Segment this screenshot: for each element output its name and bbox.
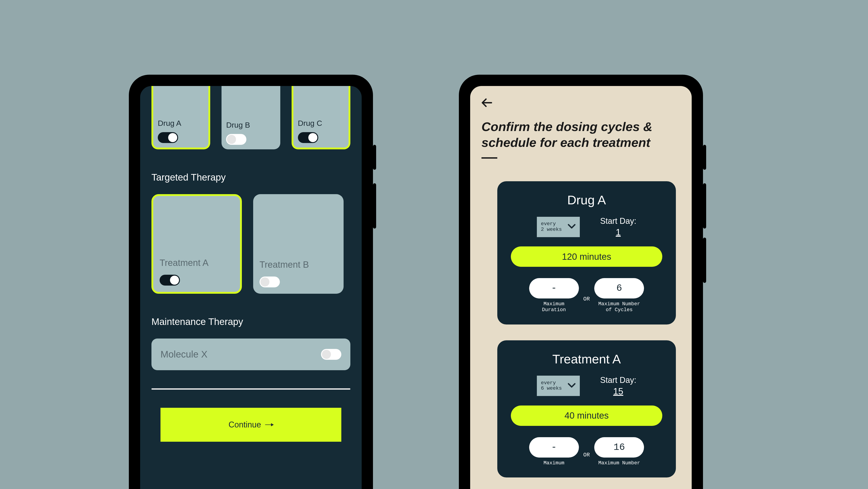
- max-duration-value: -: [551, 442, 557, 453]
- frequency-value: every 2 weeks: [541, 221, 562, 232]
- max-duration-input[interactable]: -: [529, 437, 579, 458]
- dose-title: Drug A: [511, 193, 662, 207]
- treatment-label: Treatment B: [259, 260, 337, 270]
- duration-pill[interactable]: 40 minutes: [511, 405, 662, 426]
- start-day-value: 1: [600, 227, 636, 237]
- continue-button[interactable]: Continue: [160, 408, 341, 442]
- section-title-maintenance: Maintenance Therapy: [151, 316, 350, 327]
- toggle-drug-b[interactable]: [226, 134, 246, 145]
- max-cycles-label: Maximum Number of Cycles: [598, 301, 640, 313]
- max-duration-input[interactable]: -: [529, 278, 579, 298]
- continue-label: Continue: [228, 420, 261, 430]
- start-day-label: Start Day:: [600, 216, 636, 226]
- toggle-treatment-b[interactable]: [259, 277, 280, 287]
- drug-label: Drug C: [298, 119, 344, 127]
- start-day[interactable]: Start Day: 15: [600, 375, 636, 397]
- drug-row: Drug A Drug B Drug C: [151, 86, 350, 149]
- start-day-value: 15: [600, 386, 636, 397]
- max-duration-value: -: [551, 283, 557, 294]
- or-text: OR: [583, 452, 590, 458]
- drug-card-a[interactable]: Drug A: [151, 86, 210, 149]
- screen-therapy-selection: Drug A Drug B Drug C Targeted Therapy Tr…: [140, 86, 362, 489]
- max-duration-label: Maximum Duration: [542, 301, 566, 313]
- screen-dosing-schedule: Confirm the dosing cycles & schedule for…: [470, 86, 692, 489]
- divider: [151, 388, 350, 390]
- arrow-left-icon: [482, 98, 492, 107]
- treatment-card-a[interactable]: Treatment A: [151, 194, 242, 294]
- toggle-drug-a[interactable]: [158, 132, 178, 143]
- treatment-card-b[interactable]: Treatment B: [253, 194, 344, 294]
- chevron-down-icon: [567, 223, 576, 230]
- max-cycles-input[interactable]: 6: [594, 278, 644, 298]
- arrow-right-icon: [265, 425, 273, 425]
- dose-card-drug-a: Drug A every 2 weeks Start Day: 1 120 mi…: [497, 181, 676, 324]
- chevron-down-icon: [567, 382, 576, 390]
- max-cycles-input[interactable]: 16: [594, 437, 644, 458]
- side-button: [373, 183, 376, 229]
- max-cycles-label: Maximum Number: [598, 460, 640, 466]
- section-title-targeted: Targeted Therapy: [151, 172, 350, 183]
- drug-card-b[interactable]: Drug B: [221, 86, 280, 149]
- max-cycles-value: 6: [616, 283, 622, 294]
- max-duration-label: Maximum: [544, 460, 564, 466]
- phone-mockup-right: Confirm the dosing cycles & schedule for…: [459, 75, 703, 489]
- treatment-row: Treatment A Treatment B: [151, 194, 350, 294]
- frequency-select[interactable]: every 6 weeks: [537, 376, 580, 396]
- drug-label: Drug B: [226, 121, 276, 130]
- frequency-value: every 6 weeks: [541, 380, 562, 391]
- start-day-label: Start Day:: [600, 375, 636, 385]
- side-button: [373, 145, 376, 170]
- duration-value: 40 minutes: [564, 410, 609, 421]
- heading-underline: [482, 157, 497, 159]
- back-button[interactable]: [482, 97, 492, 110]
- duration-pill[interactable]: 120 minutes: [511, 247, 662, 267]
- maintenance-label: Molecule X: [160, 349, 208, 360]
- start-day[interactable]: Start Day: 1: [600, 216, 636, 237]
- side-button: [703, 183, 706, 229]
- dose-card-treatment-a: Treatment A every 6 weeks Start Day: 15 …: [497, 340, 676, 478]
- toggle-treatment-a[interactable]: [160, 275, 180, 286]
- drug-card-c[interactable]: Drug C: [291, 86, 350, 149]
- maintenance-card[interactable]: Molecule X: [151, 339, 350, 370]
- toggle-drug-c[interactable]: [298, 132, 318, 143]
- side-button: [703, 238, 706, 283]
- page-heading: Confirm the dosing cycles & schedule for…: [482, 119, 662, 150]
- or-text: OR: [583, 296, 590, 302]
- treatment-label: Treatment A: [160, 258, 234, 268]
- max-cycles-value: 16: [614, 442, 625, 453]
- toggle-molecule-x[interactable]: [321, 349, 341, 360]
- frequency-select[interactable]: every 2 weeks: [537, 217, 580, 237]
- dose-title: Treatment A: [511, 352, 662, 366]
- drug-label: Drug A: [158, 119, 204, 127]
- side-button: [703, 145, 706, 170]
- phone-mockup-left: Drug A Drug B Drug C Targeted Therapy Tr…: [129, 75, 373, 489]
- duration-value: 120 minutes: [562, 252, 611, 262]
